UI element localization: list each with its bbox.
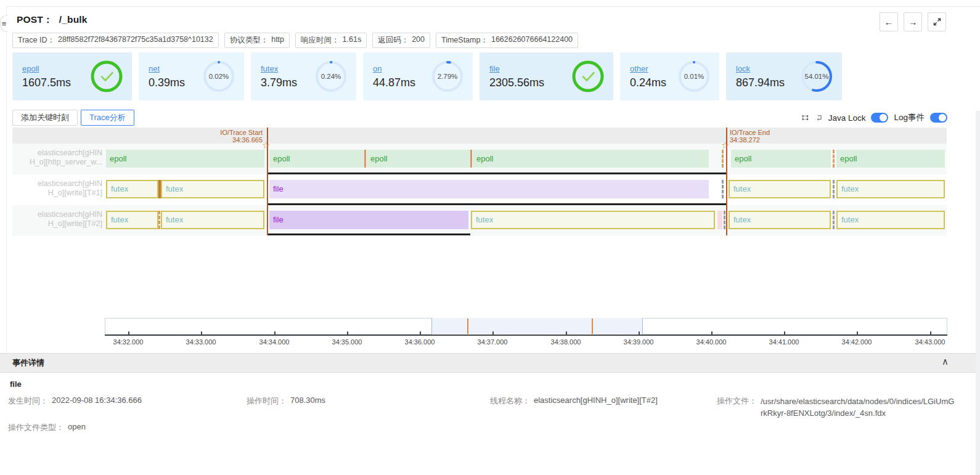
gantt-bar-epoll[interactable]: epoll [836,150,945,168]
badge-label: Trace ID： [18,35,55,46]
percent-ring-icon: 0.01% [677,60,711,93]
badge-label: 响应时间： [301,35,340,46]
event-name: file [10,380,22,389]
axis-tick-label: 34:34.000 [250,338,299,346]
percent-ring-icon: 0.24% [314,60,348,93]
card-epoll-link[interactable]: epoll [22,64,71,73]
gantt-bar-futex[interactable]: futex [161,180,264,198]
prev-trace-button[interactable]: ← [880,12,898,31]
badge-value: 28ff8582f72f84367872f75c35a1d3758^10132 [58,35,213,46]
card-lock[interactable]: lock 867.94ms 54.01% [726,52,842,100]
field-op-file: 操作文件： /usr/share/elasticsearch/data/node… [717,396,955,419]
axis-tick-label: 34:43.000 [905,338,955,346]
gantt-bar-futex[interactable]: futex [836,180,945,198]
gantt-bar-epoll[interactable]: epoll [731,150,831,168]
fullscreen-button[interactable] [928,12,946,31]
gantt-bar-file[interactable]: file [269,180,709,198]
trace-detail-page: ≡ POST：/_bulk ← → Trace ID： 28ff8582f72f… [0,0,980,475]
card-futex-link[interactable]: futex [261,64,297,73]
java-lock-label: Java Lock [828,113,866,123]
percent-text: 0.02% [209,73,229,80]
response-time-badge: 响应时间： 1.61s [295,33,367,48]
field-op-file-type: 操作文件类型： open [8,422,86,433]
check-circle-icon [90,60,123,93]
badge-label: 协议类型： [230,35,269,46]
segment-divider [364,150,366,168]
segment-divider-dashed [722,150,724,168]
card-file-link[interactable]: file [489,64,544,73]
gantt-bar-epoll[interactable]: epoll [473,150,709,168]
select-region-icon[interactable] [801,112,809,123]
java-lock-line [267,173,727,174]
request-method: POST： [17,14,53,25]
minimap-start-marker [467,319,468,334]
card-lock-link[interactable]: lock [736,64,785,73]
toggle-knob [939,114,946,121]
percent-text: 2.79% [438,73,458,80]
card-other-link[interactable]: other [630,64,666,73]
segment-divider-dashed [158,211,160,229]
add-key-moment-button[interactable]: 添加关键时刻 [12,110,78,126]
event-details-title: 事件详情 [12,354,44,372]
gantt-bar-futex[interactable]: futex [471,211,715,229]
next-trace-button[interactable]: → [904,12,922,31]
axis-tick [566,331,567,335]
card-net-value: 0.39ms [149,76,185,89]
fullscreen-icon [933,17,942,26]
key-moment-star-icon[interactable]: ☆ [262,140,270,151]
gantt-bar-futex[interactable]: futex [836,211,945,229]
trace-analysis-button[interactable]: Trace分析 [81,110,134,126]
toggle-knob [880,114,887,121]
axis-tick [711,331,713,335]
request-path: /_bulk [59,14,88,25]
card-file-value: 2305.56ms [489,76,544,89]
time-axis [105,335,947,336]
marker-title: IO/Trace Start [185,129,263,137]
card-on-link[interactable]: on [373,64,415,73]
collapse-sidebar-tab[interactable]: ≡ [0,15,7,32]
segment-divider [470,150,472,168]
card-net[interactable]: net 0.39ms 0.02% [139,52,244,100]
log-event-block[interactable] [717,211,722,229]
card-epoll[interactable]: epoll 1607.5ms [12,52,132,100]
badge-value: 200 [412,35,425,46]
gantt-bar-file-selected[interactable]: file [269,211,468,229]
gantt-bar-futex[interactable]: futex [729,211,831,229]
axis-tick-label: 34:38.000 [541,338,590,346]
gantt-bar-epoll[interactable]: epoll [269,150,364,168]
vertical-scrollbar[interactable] [976,111,980,475]
panel-left-border [6,6,7,353]
gantt-bar-futex[interactable]: futex [106,211,158,229]
marker-time: 34:38.272 [730,137,770,144]
key-moment-star-icon[interactable]: ☆ [721,140,729,151]
segment-divider-dashed [724,211,725,229]
axis-tick-label: 34:32.000 [104,338,153,346]
card-futex[interactable]: futex 3.79ms 0.24% [251,52,356,100]
java-lock-toggle[interactable] [871,113,888,123]
card-other[interactable]: other 0.24ms 0.01% [620,52,719,100]
event-details-header[interactable]: 事件详情 ∧ [0,353,980,373]
segment-divider-dashed [722,180,724,198]
log-event-toggle[interactable] [930,113,947,123]
page-title: POST：/_bulk [17,14,88,26]
badge-value: 1.61s [343,35,362,46]
gantt-bar-futex[interactable]: futex [161,211,264,229]
card-file[interactable]: file 2305.56ms [480,52,613,100]
gantt-bar-epoll[interactable]: epoll [367,150,470,168]
io-trace-start-label: IO/Trace Start 34:36.665 [185,129,263,144]
return-code-badge: 返回码： 200 [372,33,430,48]
axis-tick [201,331,202,335]
minimap-selection[interactable] [431,318,643,335]
collapse-panel-icon[interactable]: ∧ [942,356,949,367]
card-epoll-value: 1607.5ms [22,76,71,89]
card-futex-value: 3.79ms [261,76,297,89]
gantt-bar-futex[interactable]: futex [729,180,831,198]
axis-tick [784,331,785,335]
reset-zoom-icon[interactable] [815,112,823,123]
card-on[interactable]: on 44.87ms 2.79% [363,52,473,100]
gantt-bar-futex[interactable]: futex [106,180,158,198]
axis-tick-label: 34:42.000 [832,338,881,346]
gantt-bar-epoll[interactable]: epoll [106,150,264,168]
card-net-link[interactable]: net [149,64,185,73]
thread-label-http-server: elasticsearch[gHIN H_o][http_server_w... [12,148,102,167]
